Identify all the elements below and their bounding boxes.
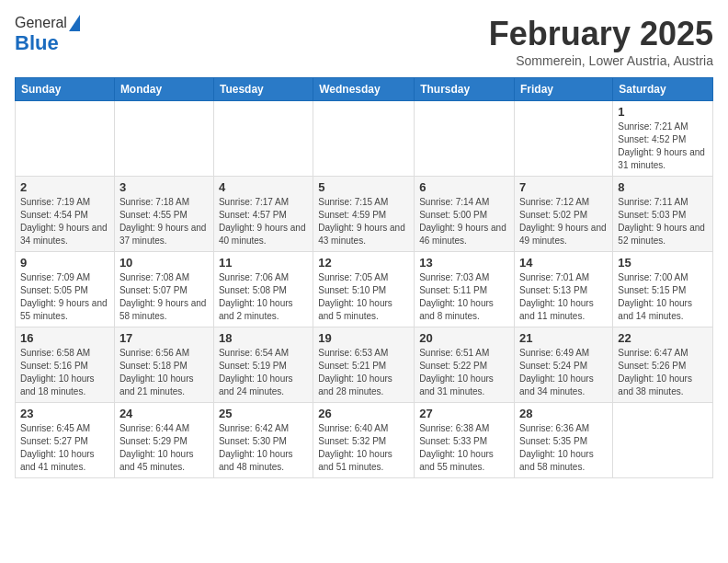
calendar-cell: 7Sunrise: 7:12 AM Sunset: 5:02 PM Daylig…: [515, 177, 613, 252]
day-number: 14: [519, 256, 608, 270]
day-info: Sunrise: 6:40 AM Sunset: 5:32 PM Dayligh…: [318, 422, 409, 474]
title-block: February 2025 Sommerein, Lower Austria, …: [489, 15, 713, 68]
day-info: Sunrise: 6:49 AM Sunset: 5:24 PM Dayligh…: [519, 347, 608, 398]
day-number: 11: [219, 256, 308, 270]
day-info: Sunrise: 6:47 AM Sunset: 5:26 PM Dayligh…: [618, 347, 708, 398]
calendar-cell: 16Sunrise: 6:58 AM Sunset: 5:16 PM Dayli…: [16, 327, 115, 403]
calendar-table: SundayMondayTuesdayWednesdayThursdayFrid…: [15, 77, 713, 478]
day-number: 19: [318, 331, 409, 345]
day-info: Sunrise: 6:38 AM Sunset: 5:33 PM Dayligh…: [419, 422, 509, 474]
calendar-cell: [613, 403, 713, 478]
logo-triangle-icon: [69, 15, 80, 31]
calendar-cell: [313, 101, 415, 177]
day-number: 15: [618, 256, 708, 270]
day-info: Sunrise: 7:00 AM Sunset: 5:15 PM Dayligh…: [618, 271, 708, 323]
calendar-cell: 4Sunrise: 7:17 AM Sunset: 4:57 PM Daylig…: [213, 177, 313, 252]
calendar-cell: 1Sunrise: 7:21 AM Sunset: 4:52 PM Daylig…: [613, 101, 713, 177]
day-info: Sunrise: 6:53 AM Sunset: 5:21 PM Dayligh…: [318, 347, 409, 398]
day-number: 4: [219, 180, 308, 194]
calendar-cell: 18Sunrise: 6:54 AM Sunset: 5:19 PM Dayli…: [213, 327, 313, 403]
day-info: Sunrise: 7:03 AM Sunset: 5:11 PM Dayligh…: [419, 271, 509, 323]
day-info: Sunrise: 6:58 AM Sunset: 5:16 PM Dayligh…: [20, 347, 109, 398]
day-info: Sunrise: 7:11 AM Sunset: 5:03 PM Dayligh…: [618, 196, 708, 247]
calendar-header-wednesday: Wednesday: [313, 78, 415, 101]
calendar-cell: 19Sunrise: 6:53 AM Sunset: 5:21 PM Dayli…: [313, 327, 415, 403]
day-info: Sunrise: 7:12 AM Sunset: 5:02 PM Dayligh…: [519, 196, 608, 247]
day-number: 21: [519, 331, 608, 345]
day-number: 20: [419, 331, 509, 345]
calendar-cell: 26Sunrise: 6:40 AM Sunset: 5:32 PM Dayli…: [313, 403, 415, 478]
day-number: 8: [618, 180, 708, 194]
day-number: 1: [618, 105, 708, 119]
calendar-cell: 11Sunrise: 7:06 AM Sunset: 5:08 PM Dayli…: [213, 252, 313, 327]
calendar-cell: 9Sunrise: 7:09 AM Sunset: 5:05 PM Daylig…: [16, 252, 115, 327]
calendar-cell: 8Sunrise: 7:11 AM Sunset: 5:03 PM Daylig…: [613, 177, 713, 252]
day-info: Sunrise: 7:09 AM Sunset: 5:05 PM Dayligh…: [20, 271, 109, 323]
day-number: 7: [519, 180, 608, 194]
day-number: 23: [20, 407, 109, 420]
day-info: Sunrise: 7:08 AM Sunset: 5:07 PM Dayligh…: [119, 271, 209, 323]
calendar-week-1: 1Sunrise: 7:21 AM Sunset: 4:52 PM Daylig…: [16, 101, 713, 177]
calendar-cell: 28Sunrise: 6:36 AM Sunset: 5:35 PM Dayli…: [515, 403, 613, 478]
day-info: Sunrise: 6:42 AM Sunset: 5:30 PM Dayligh…: [219, 422, 308, 474]
day-number: 26: [318, 407, 409, 420]
calendar-header-tuesday: Tuesday: [213, 78, 313, 101]
day-number: 9: [20, 256, 109, 270]
day-info: Sunrise: 7:15 AM Sunset: 4:59 PM Dayligh…: [318, 196, 409, 247]
day-info: Sunrise: 7:21 AM Sunset: 4:52 PM Dayligh…: [618, 121, 708, 172]
calendar-header-thursday: Thursday: [415, 78, 515, 101]
day-info: Sunrise: 7:17 AM Sunset: 4:57 PM Dayligh…: [219, 196, 308, 247]
calendar-cell: 24Sunrise: 6:44 AM Sunset: 5:29 PM Dayli…: [114, 403, 213, 478]
day-info: Sunrise: 7:14 AM Sunset: 5:00 PM Dayligh…: [419, 196, 509, 247]
calendar-cell: 2Sunrise: 7:19 AM Sunset: 4:54 PM Daylig…: [16, 177, 115, 252]
calendar-week-5: 23Sunrise: 6:45 AM Sunset: 5:27 PM Dayli…: [16, 403, 713, 478]
day-number: 24: [119, 407, 209, 420]
calendar-header-row: SundayMondayTuesdayWednesdayThursdayFrid…: [16, 78, 713, 101]
calendar-cell: [515, 101, 613, 177]
calendar-header-sunday: Sunday: [16, 78, 115, 101]
day-info: Sunrise: 6:54 AM Sunset: 5:19 PM Dayligh…: [219, 347, 308, 398]
calendar-week-2: 2Sunrise: 7:19 AM Sunset: 4:54 PM Daylig…: [16, 177, 713, 252]
calendar-cell: 27Sunrise: 6:38 AM Sunset: 5:33 PM Dayli…: [415, 403, 515, 478]
day-number: 5: [318, 180, 409, 194]
calendar-week-3: 9Sunrise: 7:09 AM Sunset: 5:05 PM Daylig…: [16, 252, 713, 327]
calendar-cell: 5Sunrise: 7:15 AM Sunset: 4:59 PM Daylig…: [313, 177, 415, 252]
calendar-cell: 3Sunrise: 7:18 AM Sunset: 4:55 PM Daylig…: [114, 177, 213, 252]
day-info: Sunrise: 7:18 AM Sunset: 4:55 PM Dayligh…: [119, 196, 209, 247]
logo: General Blue: [15, 15, 80, 55]
day-number: 18: [219, 331, 308, 345]
day-number: 13: [419, 256, 509, 270]
day-number: 27: [419, 407, 509, 420]
calendar-cell: [415, 101, 515, 177]
calendar-cell: [114, 101, 213, 177]
day-info: Sunrise: 7:01 AM Sunset: 5:13 PM Dayligh…: [519, 271, 608, 323]
calendar-cell: 23Sunrise: 6:45 AM Sunset: 5:27 PM Dayli…: [16, 403, 115, 478]
calendar-cell: 12Sunrise: 7:05 AM Sunset: 5:10 PM Dayli…: [313, 252, 415, 327]
calendar-header-monday: Monday: [114, 78, 213, 101]
day-number: 22: [618, 331, 708, 345]
calendar-cell: 17Sunrise: 6:56 AM Sunset: 5:18 PM Dayli…: [114, 327, 213, 403]
day-number: 2: [20, 180, 109, 194]
day-number: 28: [519, 407, 608, 420]
calendar-cell: 13Sunrise: 7:03 AM Sunset: 5:11 PM Dayli…: [415, 252, 515, 327]
calendar-cell: [213, 101, 313, 177]
calendar-header-saturday: Saturday: [613, 78, 713, 101]
day-number: 17: [119, 331, 209, 345]
logo-blue: Blue: [15, 31, 59, 55]
day-info: Sunrise: 6:56 AM Sunset: 5:18 PM Dayligh…: [119, 347, 209, 398]
calendar-cell: [16, 101, 115, 177]
day-info: Sunrise: 7:05 AM Sunset: 5:10 PM Dayligh…: [318, 271, 409, 323]
day-info: Sunrise: 6:36 AM Sunset: 5:35 PM Dayligh…: [519, 422, 608, 474]
day-info: Sunrise: 7:19 AM Sunset: 4:54 PM Dayligh…: [20, 196, 109, 247]
calendar-cell: 22Sunrise: 6:47 AM Sunset: 5:26 PM Dayli…: [613, 327, 713, 403]
day-number: 12: [318, 256, 409, 270]
calendar-cell: 6Sunrise: 7:14 AM Sunset: 5:00 PM Daylig…: [415, 177, 515, 252]
calendar-cell: 20Sunrise: 6:51 AM Sunset: 5:22 PM Dayli…: [415, 327, 515, 403]
month-title: February 2025: [489, 15, 713, 53]
calendar-week-4: 16Sunrise: 6:58 AM Sunset: 5:16 PM Dayli…: [16, 327, 713, 403]
day-info: Sunrise: 6:51 AM Sunset: 5:22 PM Dayligh…: [419, 347, 509, 398]
day-number: 6: [419, 180, 509, 194]
location-title: Sommerein, Lower Austria, Austria: [489, 53, 713, 68]
day-number: 10: [119, 256, 209, 270]
page-header: General Blue February 2025 Sommerein, Lo…: [15, 15, 713, 68]
